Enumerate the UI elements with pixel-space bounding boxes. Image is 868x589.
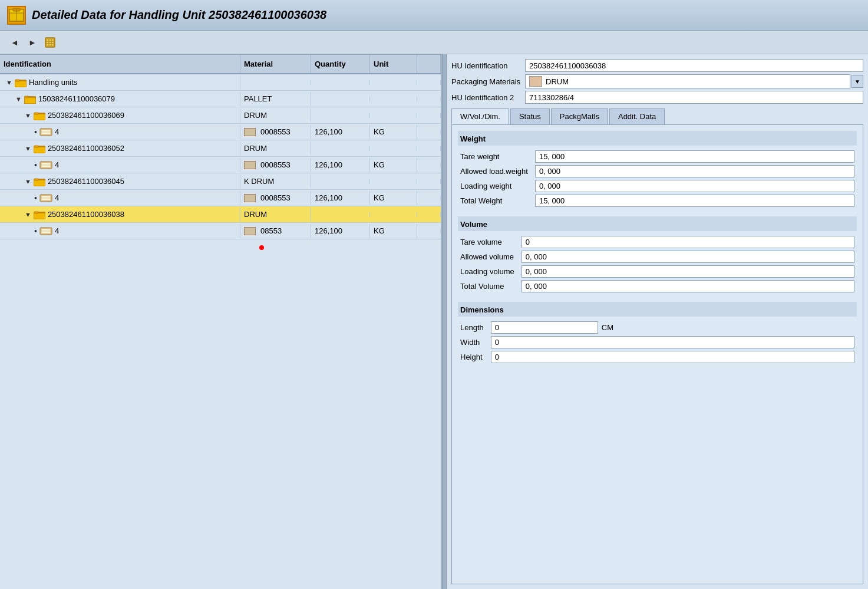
tree-cell-unit xyxy=(370,179,417,184)
field-label-loading-weight: Loading weight xyxy=(460,182,528,190)
weight-fields: Tare weightAllowed load.weightLoading we… xyxy=(458,148,857,212)
expand-icon[interactable]: ▼ xyxy=(25,211,31,218)
svg-rect-44 xyxy=(34,213,45,219)
right-panel: HU Identification 250382461100036038 Pac… xyxy=(447,54,868,589)
tree-cell-extra xyxy=(417,179,441,184)
tree-row[interactable]: ▼ 150382461100036079PALLET xyxy=(0,91,441,107)
tree-cell-extra xyxy=(417,196,441,200)
volume-section-header: Volume xyxy=(458,216,857,231)
tree-row[interactable]: • 40008553126,100KG xyxy=(0,190,441,206)
tree-cell-unit: KG xyxy=(370,191,417,205)
field-unit: CM xyxy=(602,323,619,332)
tree-cell-extra xyxy=(417,80,441,85)
tree-cell-identification: • 4 xyxy=(0,224,240,238)
folder-icon xyxy=(15,78,27,87)
packaging-materials-value[interactable]: DRUM xyxy=(525,74,850,88)
weight-section-header: Weight xyxy=(458,131,857,146)
field-label-total-volume: Total Volume xyxy=(460,282,514,291)
svg-rect-23 xyxy=(41,130,51,134)
tree-cell-quantity xyxy=(311,80,370,85)
packaging-materials-button[interactable]: ▼ xyxy=(852,75,863,88)
tree-cell-quantity xyxy=(311,97,370,101)
field-label-width: Width xyxy=(460,338,484,347)
tree-cell-material: 08553 xyxy=(240,224,311,238)
tree-cell-identification: • 4 xyxy=(0,191,240,205)
folder-icon xyxy=(34,177,45,186)
tree-row[interactable]: • 408553126,100KG xyxy=(0,223,441,239)
tree-cell-identification: ▼ 250382461100036069 xyxy=(0,108,240,123)
forward-button[interactable]: ► xyxy=(25,35,40,50)
tree-row[interactable]: ▼ 250382461100036069DRUM xyxy=(0,107,441,124)
field-input-loading-weight[interactable] xyxy=(535,180,854,192)
tree-cell-identification: ▼ 250382461100036038 xyxy=(0,208,240,222)
tree-row[interactable]: • 40008553126,100KG xyxy=(0,157,441,173)
field-input-allowed-load.weight[interactable] xyxy=(535,165,854,177)
tree-cell-quantity xyxy=(311,113,370,118)
app-icon xyxy=(7,6,26,25)
svg-rect-36 xyxy=(34,180,45,186)
field-input-tare-volume[interactable] xyxy=(522,236,854,248)
folder-icon xyxy=(34,144,45,153)
tree-cell-identification: ▼ Handling units xyxy=(0,75,240,90)
col-quantity: Quantity xyxy=(311,55,370,73)
tree-cell-identification: ▼ 250382461100036045 xyxy=(0,175,240,189)
svg-rect-47 xyxy=(41,229,51,233)
hu-id2-value[interactable]: 711330286/4 xyxy=(525,91,863,104)
tree-cell-identification: ▼ 150382461100036079 xyxy=(0,92,240,106)
field-input-width[interactable] xyxy=(491,336,854,348)
item-icon xyxy=(39,160,52,170)
tree-cell-unit xyxy=(370,80,417,85)
tree-cell-quantity xyxy=(311,146,370,151)
tab-packgmatls[interactable]: PackgMatls xyxy=(551,108,608,124)
expand-icon[interactable]: ▼ xyxy=(25,178,31,185)
tab-status[interactable]: Status xyxy=(510,108,550,124)
tree-cell-identification: • 4 xyxy=(0,125,240,139)
field-label-tare-volume: Tare volume xyxy=(460,238,514,246)
back-button[interactable]: ◄ xyxy=(7,35,22,50)
svg-rect-45 xyxy=(34,212,38,213)
field-input-loading-volume[interactable] xyxy=(522,265,854,278)
hu-id-value[interactable]: 250382461100036038 xyxy=(525,59,863,72)
tree-row[interactable]: ▼ 250382461100036052DRUM xyxy=(0,140,441,157)
tab-additdata[interactable]: Addit. Data xyxy=(609,108,665,124)
field-input-tare-weight[interactable] xyxy=(535,150,854,163)
tree-cell-unit xyxy=(370,97,417,101)
tree-cell-quantity xyxy=(311,179,370,184)
tree-cell-unit: KG xyxy=(370,224,417,238)
field-label-length: Length xyxy=(460,323,484,332)
resize-handle[interactable] xyxy=(442,54,447,589)
field-input-total-weight[interactable] xyxy=(535,195,854,207)
field-input-allowed-volume[interactable] xyxy=(522,251,854,263)
tab-wvoldim[interactable]: W/Vol./Dim. xyxy=(451,108,509,124)
tree-cell-extra xyxy=(417,113,441,118)
field-input-height[interactable] xyxy=(491,351,854,363)
field-input-total-volume[interactable] xyxy=(522,280,854,292)
tree-cell-material: DRUM xyxy=(240,142,311,155)
svg-rect-17 xyxy=(25,96,29,98)
expand-icon[interactable]: ▼ xyxy=(6,79,12,86)
field-label-height: Height xyxy=(460,353,484,361)
tree-body[interactable]: ▼ Handling units▼ 150382461100036079PALL… xyxy=(0,74,441,589)
tree-row[interactable]: ▼ 250382461100036038DRUM xyxy=(0,206,441,223)
folder-icon xyxy=(24,94,36,104)
tree-row[interactable]: ▼ 250382461100036045K DRUM xyxy=(0,173,441,190)
tree-cell-extra xyxy=(417,212,441,217)
expand-icon[interactable]: ▼ xyxy=(25,145,31,152)
tree-row[interactable]: • 40008553126,100KG xyxy=(0,124,441,140)
tree-cell-material: 0008553 xyxy=(240,191,311,205)
expand-icon[interactable]: ▼ xyxy=(15,96,22,103)
tree-cell-unit xyxy=(370,113,417,118)
dimensions-fields: LengthCMWidthHeight xyxy=(458,319,857,368)
item-icon xyxy=(39,226,52,236)
tree-cell-unit xyxy=(370,212,417,217)
field-label-loading-volume: Loading volume xyxy=(460,267,514,276)
expand-icon[interactable]: ▼ xyxy=(25,112,31,119)
tree-cell-extra xyxy=(417,229,441,233)
tree-cell-quantity: 126,100 xyxy=(311,158,370,172)
col-extra xyxy=(417,55,441,73)
tree-row[interactable]: ▼ Handling units xyxy=(0,74,441,91)
refresh-button[interactable] xyxy=(42,35,58,50)
tab-content: Weight Tare weightAllowed load.weightLoa… xyxy=(451,124,863,584)
field-input-length[interactable] xyxy=(491,321,598,334)
volume-fields: Tare volumeAllowed volumeLoading volumeT… xyxy=(458,233,857,297)
